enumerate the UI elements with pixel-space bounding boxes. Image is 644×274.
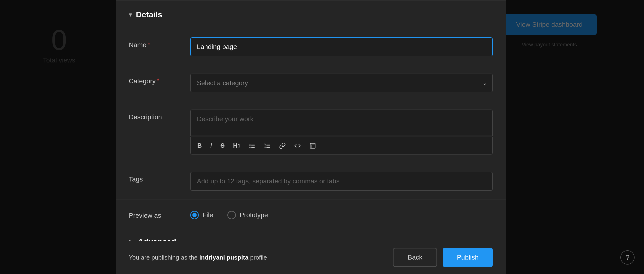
footer-publishing-text: You are publishing as the indriyani pusp… <box>129 254 267 261</box>
category-select-wrap: Select a category ⌄ <box>190 74 493 92</box>
description-field-row: Description B I S H1 123 <box>116 101 506 163</box>
name-input-wrap <box>190 37 493 56</box>
category-required-star: * <box>157 77 159 84</box>
svg-point-3 <box>250 143 251 145</box>
toolbar-bold-button[interactable]: B <box>196 141 204 150</box>
toolbar-strikethrough-button[interactable]: S <box>218 141 226 150</box>
toolbar-heading-button[interactable]: H1 <box>231 141 242 150</box>
category-field-row: Category * Select a category ⌄ <box>116 65 506 101</box>
tags-input[interactable] <box>190 172 493 191</box>
advanced-section[interactable]: ▶ Advanced <box>116 228 506 241</box>
preview-file-radio[interactable] <box>190 211 199 219</box>
details-section-header[interactable]: ▾ Details <box>116 1 506 29</box>
description-label: Description <box>129 110 181 121</box>
category-label: Category * <box>129 74 181 85</box>
advanced-section-title: Advanced <box>138 237 176 241</box>
svg-point-5 <box>250 147 251 148</box>
advanced-chevron-icon: ▶ <box>129 238 134 241</box>
dialog-body: ▾ Details Name * Category * Select a cat… <box>116 1 506 241</box>
tags-label: Tags <box>129 172 181 183</box>
preview-prototype-option[interactable]: Prototype <box>227 211 268 219</box>
dialog-footer: You are publishing as the indriyani pusp… <box>116 241 506 274</box>
toolbar-italic-button[interactable]: I <box>208 141 214 150</box>
category-select[interactable]: Select a category <box>190 74 493 92</box>
name-input[interactable] <box>190 37 493 56</box>
footer-buttons: Back Publish <box>393 248 493 267</box>
toolbar-bullet-list-button[interactable] <box>247 141 257 150</box>
description-textarea[interactable] <box>190 110 493 136</box>
preview-prototype-radio[interactable] <box>227 211 236 219</box>
preview-label: Preview as <box>129 208 181 219</box>
publish-dialog: ▾ Details Name * Category * Select a cat… <box>116 0 506 274</box>
tags-field-row: Tags <box>116 163 506 199</box>
footer-username: indriyani puspita <box>199 254 248 261</box>
name-label: Name * <box>129 37 181 49</box>
preview-field-row: Preview as File Prototype <box>116 199 506 228</box>
preview-options-wrap: File Prototype <box>190 208 493 219</box>
preview-file-option[interactable]: File <box>190 211 213 219</box>
details-section-title: Details <box>136 10 162 19</box>
name-required-star: * <box>148 41 150 48</box>
editor-toolbar: B I S H1 123 <box>190 137 493 154</box>
description-input-wrap: B I S H1 123 <box>190 110 493 154</box>
back-button[interactable]: Back <box>393 248 437 267</box>
help-button[interactable]: ? <box>620 250 634 264</box>
svg-point-4 <box>250 145 251 146</box>
svg-text:3: 3 <box>265 146 266 148</box>
toolbar-embed-button[interactable] <box>308 141 318 150</box>
toolbar-code-button[interactable] <box>292 141 303 150</box>
svg-rect-12 <box>310 143 315 148</box>
name-field-row: Name * <box>116 29 506 65</box>
toolbar-numbered-list-button[interactable]: 123 <box>262 141 272 150</box>
publish-button[interactable]: Publish <box>443 248 493 267</box>
tags-input-wrap <box>190 172 493 191</box>
details-chevron-icon: ▾ <box>129 11 132 19</box>
toolbar-link-button[interactable] <box>277 141 288 150</box>
preview-radio-group: File Prototype <box>190 208 493 219</box>
